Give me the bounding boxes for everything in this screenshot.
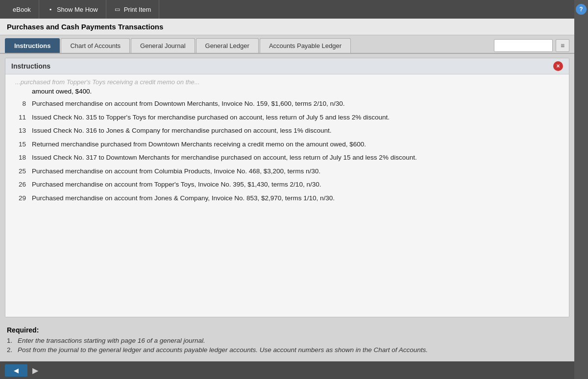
menu-icon: ≡ bbox=[561, 42, 564, 49]
transaction-text: Issued Check No. 317 to Downtown Merchan… bbox=[32, 153, 559, 163]
req-text: Enter the transactions starting with pag… bbox=[18, 337, 205, 344]
transaction-list: 8 Purchased merchandise on account from … bbox=[15, 99, 559, 203]
required-title: Required: bbox=[7, 326, 567, 334]
instructions-body: ...purchased from Topper's Toys receivin… bbox=[5, 74, 569, 317]
print-icon: ▭ bbox=[114, 6, 121, 13]
toolbar: eBook ▪ Show Me How ▭ Print Item bbox=[0, 0, 574, 19]
transaction-num: 13 bbox=[15, 126, 26, 136]
tab-bar: Instructions Chart of Accounts General J… bbox=[0, 35, 574, 54]
tab-general-ledger[interactable]: General Ledger bbox=[196, 38, 259, 53]
show-me-how-button[interactable]: ▪ Show Me How bbox=[39, 0, 106, 19]
transaction-num: 25 bbox=[15, 166, 26, 176]
bottom-bar: ◀ ▶ bbox=[0, 361, 574, 379]
search-input[interactable] bbox=[494, 39, 553, 52]
transaction-text: Purchased merchandise on account from Co… bbox=[32, 166, 559, 176]
transaction-item: 26 Purchased merchandise on account from… bbox=[15, 180, 559, 190]
transaction-num: 8 bbox=[15, 99, 26, 109]
transaction-num: 18 bbox=[15, 153, 26, 163]
ebook-button[interactable]: eBook bbox=[5, 0, 39, 19]
page-title: Purchases and Cash Payments Transactions bbox=[0, 19, 574, 35]
tab-chart-of-accounts[interactable]: Chart of Accounts bbox=[61, 38, 130, 53]
print-item-label: Print Item bbox=[124, 6, 151, 13]
tab-instructions[interactable]: Instructions bbox=[5, 38, 60, 53]
required-item: 1.Enter the transactions starting with p… bbox=[7, 337, 567, 344]
panel-area: Instructions × ...purchased from Topper'… bbox=[0, 54, 574, 361]
print-item-button[interactable]: ▭ Print Item bbox=[106, 0, 160, 19]
required-list: 1.Enter the transactions starting with p… bbox=[7, 337, 567, 354]
required-section: Required: 1.Enter the transactions start… bbox=[0, 321, 574, 361]
transaction-text: Issued Check No. 315 to Topper's Toys fo… bbox=[32, 113, 559, 122]
ebook-label: eBook bbox=[13, 6, 31, 13]
transaction-item: 25 Purchased merchandise on account from… bbox=[15, 166, 559, 176]
close-button[interactable]: × bbox=[553, 61, 563, 71]
transaction-num: 26 bbox=[15, 180, 26, 190]
show-me-how-icon: ▪ bbox=[47, 6, 54, 13]
fade-line: ...purchased from Topper's Toys receivin… bbox=[15, 78, 559, 86]
req-num: 1. bbox=[7, 337, 15, 344]
show-me-how-label: Show Me How bbox=[57, 6, 98, 13]
req-text: Post from the journal to the general led… bbox=[18, 346, 428, 354]
transaction-text: Purchased merchandise on account from Do… bbox=[32, 99, 559, 109]
transaction-item: 13 Issued Check No. 316 to Jones & Compa… bbox=[15, 126, 559, 136]
transaction-text: Issued Check No. 316 to Jones & Company … bbox=[32, 126, 559, 136]
required-item: 2.Post from the journal to the general l… bbox=[7, 346, 567, 354]
tab-search-area: ≡ bbox=[494, 39, 569, 52]
instructions-header-label: Instructions bbox=[11, 62, 50, 70]
help-button[interactable]: ? bbox=[576, 4, 587, 15]
transaction-num: 11 bbox=[15, 113, 26, 122]
tab-general-journal[interactable]: General Journal bbox=[131, 38, 195, 53]
transaction-item: 29 Purchased merchandise on account from… bbox=[15, 193, 559, 203]
transaction-item: 15 Returned merchandise purchased from D… bbox=[15, 140, 559, 149]
transaction-item: 18 Issued Check No. 317 to Downtown Merc… bbox=[15, 153, 559, 163]
transaction-num: 29 bbox=[15, 193, 26, 203]
req-num: 2. bbox=[7, 346, 15, 354]
instructions-panel: Instructions × ...purchased from Topper'… bbox=[5, 58, 569, 317]
transaction-text: Returned merchandise purchased from Down… bbox=[32, 140, 559, 149]
amount-owed-line: amount owed, $400. bbox=[15, 88, 559, 95]
instructions-header: Instructions × bbox=[5, 58, 569, 74]
transaction-text: Purchased merchandise on account from Jo… bbox=[32, 193, 559, 203]
transaction-item: 11 Issued Check No. 315 to Topper's Toys… bbox=[15, 113, 559, 122]
transaction-num: 15 bbox=[15, 140, 26, 149]
menu-button[interactable]: ≡ bbox=[556, 39, 569, 52]
next-arrow[interactable]: ▶ bbox=[32, 366, 38, 375]
prev-button[interactable]: ◀ bbox=[5, 364, 27, 377]
transaction-text: Purchased merchandise on account from To… bbox=[32, 180, 559, 190]
right-sidebar: ? bbox=[574, 0, 588, 379]
transaction-item: 8 Purchased merchandise on account from … bbox=[15, 99, 559, 109]
tab-accounts-payable-ledger[interactable]: Accounts Payable Ledger bbox=[260, 38, 351, 53]
